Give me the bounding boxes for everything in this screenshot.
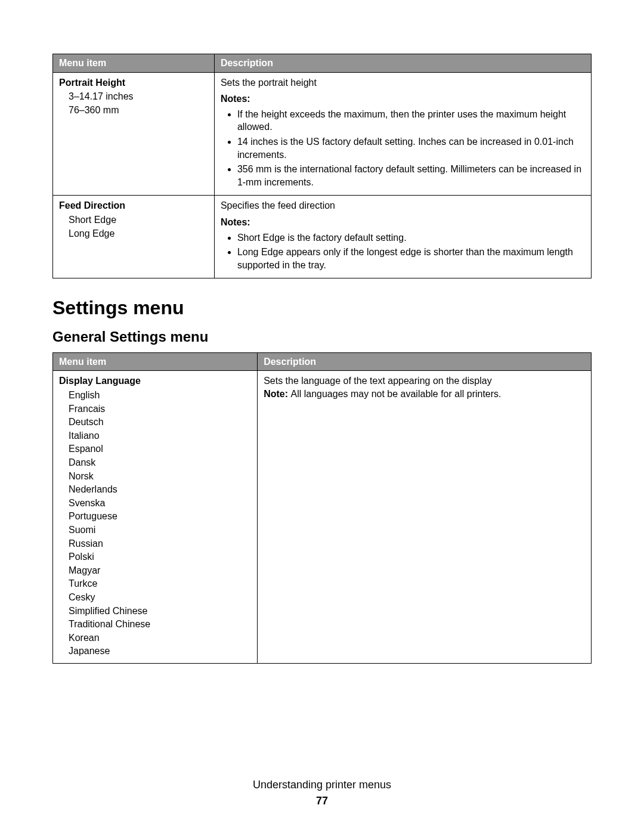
menu-item-option: Korean: [69, 631, 251, 645]
menu-table-1: Menu item Description Portrait Height 3–…: [52, 54, 592, 278]
menu-item-option: 3–14.17 inches: [69, 90, 208, 103]
menu-table-2: Menu item Description Display Language E…: [52, 352, 592, 664]
table2-header-menu: Menu item: [53, 352, 258, 371]
note-item: 356 mm is the international factory defa…: [237, 163, 585, 188]
menu-item-option: Portuguese: [69, 510, 251, 523]
menu-item-option: Dansk: [69, 456, 251, 469]
menu-item-option: Deutsch: [69, 416, 251, 429]
menu-item-desc: Specifies the feed direction: [221, 199, 585, 212]
note-item: If the height exceeds the maximum, then …: [237, 108, 585, 134]
page-footer: Understanding printer menus 77: [0, 778, 644, 808]
menu-item-option: Russian: [69, 537, 251, 550]
subsection-heading: General Settings menu: [52, 327, 592, 346]
menu-item-desc: Sets the portrait height: [221, 76, 585, 89]
table-row: Portrait Height 3–14.17 inches 76–360 mm…: [53, 72, 592, 196]
page: Menu item Description Portrait Height 3–…: [0, 0, 644, 833]
menu-item-title: Portrait Height: [59, 76, 208, 89]
menu-item-option: Simplified Chinese: [69, 605, 251, 618]
menu-item-option: Norsk: [69, 470, 251, 483]
section-heading: Settings menu: [52, 295, 592, 321]
menu-item-option: Espanol: [69, 442, 251, 456]
menu-item-option: Short Edge: [69, 213, 208, 227]
menu-item-option: Cesky: [69, 591, 251, 604]
note-text: All languages may not be available for a…: [290, 389, 501, 399]
menu-item-option: Japanese: [69, 645, 251, 658]
menu-item-option: Magyar: [69, 564, 251, 577]
note-item: Long Edge appears only if the longest ed…: [237, 246, 585, 271]
footer-page-number: 77: [0, 794, 644, 808]
note-item: Short Edge is the factory default settin…: [237, 231, 585, 244]
table1-header-desc: Description: [214, 54, 591, 73]
menu-item-title: Feed Direction: [59, 199, 208, 212]
menu-item-desc: Sets the language of the text appearing …: [264, 374, 585, 388]
table-row: Display Language EnglishFrancaisDeutschI…: [53, 371, 592, 663]
menu-item-option: Long Edge: [69, 227, 208, 240]
menu-item-option: Italiano: [69, 429, 251, 442]
menu-item-option: English: [69, 389, 251, 402]
menu-item-option: Francais: [69, 402, 251, 416]
menu-item-option: Turkce: [69, 577, 251, 590]
notes-label: Notes:: [221, 216, 585, 229]
note-prefix: Note:: [264, 389, 290, 399]
note-item: 14 inches is the US factory default sett…: [237, 135, 585, 161]
menu-item-option: 76–360 mm: [69, 104, 208, 117]
menu-item-option: Nederlands: [69, 483, 251, 496]
menu-item-option: Traditional Chinese: [69, 618, 251, 631]
table-row: Feed Direction Short Edge Long Edge Spec…: [53, 196, 592, 278]
table1-header-menu: Menu item: [53, 54, 215, 73]
menu-item-title: Display Language: [59, 374, 251, 388]
menu-item-option: Suomi: [69, 524, 251, 537]
menu-item-option: Svenska: [69, 497, 251, 510]
inline-note: Note: All languages may not be available…: [264, 388, 585, 401]
table2-header-desc: Description: [258, 352, 592, 371]
footer-title: Understanding printer menus: [0, 778, 644, 792]
menu-item-option: Polski: [69, 550, 251, 563]
notes-label: Notes:: [221, 92, 585, 106]
